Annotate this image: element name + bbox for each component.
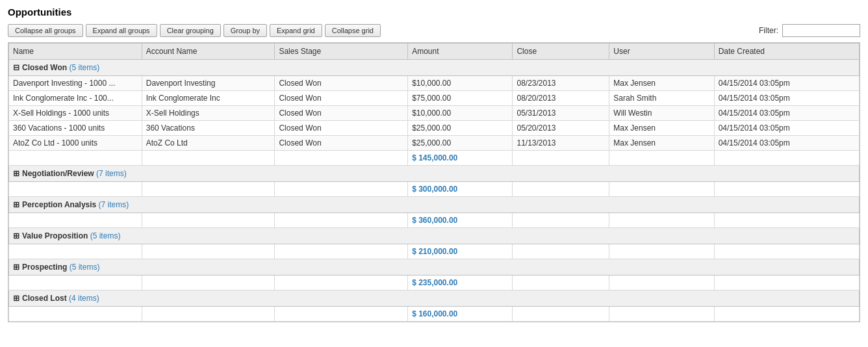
group-toggle-prospecting[interactable]: ⊞ xyxy=(13,263,19,272)
subtotal-cell-empty6 xyxy=(714,182,859,197)
cell-account: Ink Conglomerate Inc xyxy=(142,91,275,106)
grid-container: Name Account Name Sales Stage Amount Clo… xyxy=(8,42,860,322)
subtotal-row-negotiation-review: $ 300,000.00 xyxy=(9,182,860,197)
col-header-user: User xyxy=(609,44,714,60)
subtotal-cell-empty4 xyxy=(513,213,609,228)
subtotal-amount: $ 360,000.00 xyxy=(408,213,513,228)
table-row[interactable]: X-Sell Holdings - 1000 units X-Sell Hold… xyxy=(9,106,860,121)
group-header-negotiation-review[interactable]: ⊞Negotiation/Review (7 items) xyxy=(9,166,860,182)
subtotal-cell-empty5 xyxy=(609,182,714,197)
subtotal-cell-empty1 xyxy=(9,213,142,228)
cell-account: 360 Vacations xyxy=(142,121,275,136)
cell-user: Max Jensen xyxy=(609,136,714,151)
filter-label: Filter: xyxy=(759,26,778,35)
cell-amount: $10,000.00 xyxy=(408,76,513,91)
subtotal-cell-empty2 xyxy=(142,307,275,322)
cell-stage: Closed Won xyxy=(275,121,408,136)
subtotal-cell-empty3 xyxy=(275,244,408,259)
subtotal-cell-empty6 xyxy=(714,244,859,259)
toolbar: Collapse all groups Expand all groups Cl… xyxy=(8,24,860,37)
group-header-value-proposition[interactable]: ⊞Value Proposition (5 items) xyxy=(9,228,860,244)
subtotal-cell-empty5 xyxy=(609,276,714,290)
group-header-prospecting[interactable]: ⊞Prospecting (5 items) xyxy=(9,259,860,276)
group-by-button[interactable]: Group by xyxy=(223,24,267,37)
page-title: Opportunities xyxy=(8,6,860,18)
subtotal-cell-empty1 xyxy=(9,276,142,290)
subtotal-cell-empty1 xyxy=(9,151,142,166)
table-body: ⊟Closed Won (5 items) Davenport Investin… xyxy=(9,60,860,322)
table-header-row: Name Account Name Sales Stage Amount Clo… xyxy=(9,44,860,60)
table-row[interactable]: Davenport Investing - 1000 ... Davenport… xyxy=(9,76,860,91)
toolbar-filter: Filter: xyxy=(759,24,860,37)
subtotal-cell-empty1 xyxy=(9,182,142,197)
col-header-account: Account Name xyxy=(142,44,275,60)
cell-user: Max Jensen xyxy=(609,76,714,91)
subtotal-cell-empty3 xyxy=(275,307,408,322)
group-toggle-negotiation-review[interactable]: ⊞ xyxy=(13,169,19,178)
subtotal-cell-empty3 xyxy=(275,276,408,290)
subtotal-row-prospecting: $ 235,000.00 xyxy=(9,276,860,290)
subtotal-amount: $ 160,000.00 xyxy=(408,307,513,322)
cell-account: X-Sell Holdings xyxy=(142,106,275,121)
cell-date: 04/15/2014 03:05pm xyxy=(714,76,859,91)
subtotal-cell-empty4 xyxy=(513,182,609,197)
cell-name: 360 Vacations - 1000 units xyxy=(9,121,142,136)
cell-user: Max Jensen xyxy=(609,121,714,136)
subtotal-cell-empty6 xyxy=(714,151,859,166)
cell-stage: Closed Won xyxy=(275,76,408,91)
collapse-grid-button[interactable]: Collapse grid xyxy=(325,24,381,37)
col-header-close: Close xyxy=(513,44,609,60)
col-header-stage: Sales Stage xyxy=(275,44,408,60)
cell-user: Will Westin xyxy=(609,106,714,121)
cell-date: 04/15/2014 03:05pm xyxy=(714,91,859,106)
collapse-all-button[interactable]: Collapse all groups xyxy=(8,24,83,37)
subtotal-cell-empty3 xyxy=(275,213,408,228)
grid-scroll[interactable]: Name Account Name Sales Stage Amount Clo… xyxy=(8,43,860,322)
group-toggle-closed-lost[interactable]: ⊞ xyxy=(13,294,19,303)
cell-account: AtoZ Co Ltd xyxy=(142,136,275,151)
subtotal-cell-empty5 xyxy=(609,151,714,166)
cell-date: 04/15/2014 03:05pm xyxy=(714,136,859,151)
group-header-closed-won[interactable]: ⊟Closed Won (5 items) xyxy=(9,60,860,76)
cell-amount: $10,000.00 xyxy=(408,106,513,121)
group-toggle-value-proposition[interactable]: ⊞ xyxy=(13,231,19,240)
filter-input[interactable] xyxy=(782,24,860,37)
subtotal-amount: $ 235,000.00 xyxy=(408,276,513,290)
subtotal-cell-empty4 xyxy=(513,276,609,290)
cell-close: 11/13/2013 xyxy=(513,136,609,151)
subtotal-cell-empty1 xyxy=(9,307,142,322)
group-header-closed-lost[interactable]: ⊞Closed Lost (4 items) xyxy=(9,290,860,307)
group-header-perception-analysis[interactable]: ⊞Perception Analysis (7 items) xyxy=(9,197,860,213)
group-toggle-perception-analysis[interactable]: ⊞ xyxy=(13,200,19,209)
subtotal-cell-empty2 xyxy=(142,182,275,197)
cell-account: Davenport Investing xyxy=(142,76,275,91)
cell-date: 04/15/2014 03:05pm xyxy=(714,106,859,121)
subtotal-cell-empty5 xyxy=(609,307,714,322)
table-row[interactable]: AtoZ Co Ltd - 1000 units AtoZ Co Ltd Clo… xyxy=(9,136,860,151)
clear-grouping-button[interactable]: Clear grouping xyxy=(160,24,221,37)
subtotal-cell-empty6 xyxy=(714,307,859,322)
cell-amount: $25,000.00 xyxy=(408,121,513,136)
subtotal-cell-empty5 xyxy=(609,244,714,259)
cell-stage: Closed Won xyxy=(275,136,408,151)
cell-name: Davenport Investing - 1000 ... xyxy=(9,76,142,91)
subtotal-cell-empty4 xyxy=(513,151,609,166)
subtotal-cell-empty2 xyxy=(142,213,275,228)
group-toggle-closed-won[interactable]: ⊟ xyxy=(13,63,19,72)
col-header-amount: Amount xyxy=(408,44,513,60)
cell-name: AtoZ Co Ltd - 1000 units xyxy=(9,136,142,151)
cell-name: X-Sell Holdings - 1000 units xyxy=(9,106,142,121)
subtotal-cell-empty4 xyxy=(513,244,609,259)
subtotal-amount: $ 300,000.00 xyxy=(408,182,513,197)
expand-all-button[interactable]: Expand all groups xyxy=(86,24,157,37)
cell-stage: Closed Won xyxy=(275,106,408,121)
cell-date: 04/15/2014 03:05pm xyxy=(714,121,859,136)
cell-amount: $75,000.00 xyxy=(408,91,513,106)
cell-close: 05/31/2013 xyxy=(513,106,609,121)
expand-grid-button[interactable]: Expand grid xyxy=(270,24,322,37)
subtotal-row-perception-analysis: $ 360,000.00 xyxy=(9,213,860,228)
subtotal-cell-empty5 xyxy=(609,213,714,228)
table-row[interactable]: Ink Conglomerate Inc - 100... Ink Conglo… xyxy=(9,91,860,106)
cell-close: 08/20/2013 xyxy=(513,91,609,106)
table-row[interactable]: 360 Vacations - 1000 units 360 Vacations… xyxy=(9,121,860,136)
